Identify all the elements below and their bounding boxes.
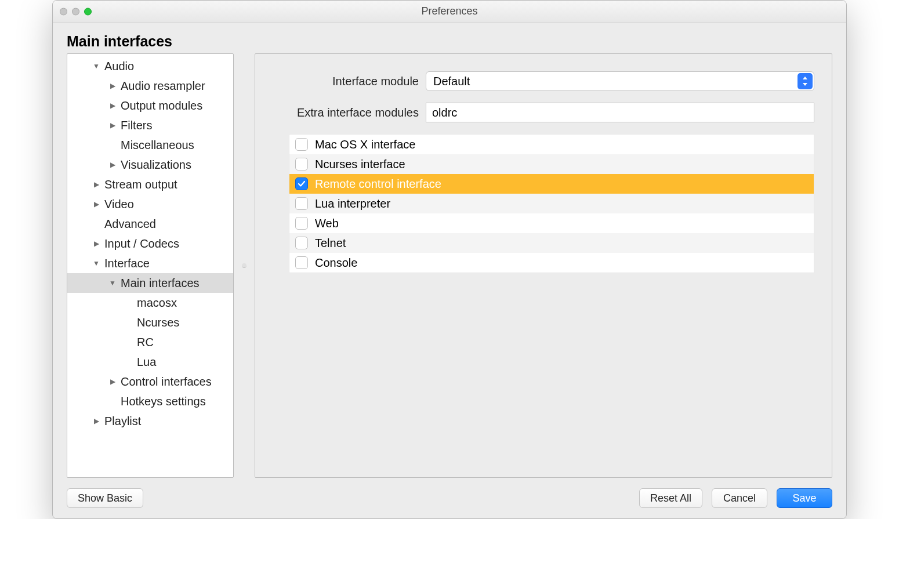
tree-item-label: Main interfaces (121, 277, 227, 290)
module-checkbox[interactable] (295, 138, 308, 151)
module-row[interactable]: Ncurses interface (289, 154, 814, 174)
tree-item-label: Video (104, 198, 227, 211)
tree-item-label: Hotkeys settings (121, 395, 227, 408)
tree-item[interactable]: ▶Audio resampler (67, 76, 233, 96)
category-tree[interactable]: ▼Audio▶Audio resampler▶Output modules▶Fi… (67, 53, 234, 478)
close-icon[interactable] (60, 8, 67, 15)
interface-module-value: Default (433, 75, 470, 88)
window-controls (60, 8, 92, 15)
tree-item[interactable]: ▶Video (67, 194, 233, 214)
tree-item-label: Filters (121, 119, 227, 132)
cancel-button[interactable]: Cancel (712, 488, 767, 508)
extra-modules-row: Extra interface modules (273, 103, 814, 122)
tree-item-label: Ncurses (137, 316, 227, 329)
show-basic-label: Show Basic (78, 492, 132, 504)
tree-item[interactable]: ▶Input / Codecs (67, 234, 233, 253)
tree-item-label: Input / Codecs (104, 237, 227, 251)
tree-item[interactable]: ▶Miscellaneous (67, 135, 233, 155)
split-handle[interactable] (242, 53, 246, 478)
reset-all-button[interactable]: Reset All (639, 488, 702, 508)
interface-module-select[interactable]: Default (426, 71, 814, 91)
tree-item-label: RC (137, 336, 227, 349)
tree-item[interactable]: ▶macosx (67, 293, 233, 313)
module-label: Console (315, 256, 357, 270)
module-checkbox[interactable] (295, 256, 308, 269)
tree-item-label: macosx (137, 296, 227, 310)
split-dimple-icon (242, 263, 246, 268)
tree-item[interactable]: ▼Interface (67, 253, 233, 273)
tree-item-label: Advanced (104, 217, 227, 231)
chevron-down-icon[interactable]: ▼ (92, 259, 101, 267)
content: Main interfaces ▼Audio▶Audio resampler▶O… (53, 23, 846, 478)
tree-item[interactable]: ▶Hotkeys settings (67, 391, 233, 411)
cancel-label: Cancel (723, 492, 756, 504)
module-row[interactable]: Remote control interface (289, 174, 814, 194)
extra-modules-label: Extra interface modules (273, 106, 419, 119)
split-view: ▼Audio▶Audio resampler▶Output modules▶Fi… (67, 53, 832, 478)
chevron-right-icon[interactable]: ▶ (108, 121, 117, 129)
module-checkbox[interactable] (295, 177, 308, 190)
chevron-up-down-icon (798, 73, 813, 89)
chevron-right-icon[interactable]: ▶ (92, 417, 101, 425)
zoom-icon[interactable] (84, 8, 92, 15)
tree-item-label: Control interfaces (121, 375, 227, 389)
chevron-right-icon[interactable]: ▶ (92, 180, 101, 188)
modules-checklist: Mac OS X interfaceNcurses interfaceRemot… (289, 134, 814, 273)
tree-item[interactable]: ▼Audio (67, 56, 233, 76)
module-checkbox[interactable] (295, 158, 308, 170)
module-label: Mac OS X interface (315, 138, 415, 151)
chevron-right-icon[interactable]: ▶ (108, 101, 117, 110)
module-row[interactable]: Telnet (289, 233, 814, 253)
save-label: Save (792, 492, 816, 504)
module-checkbox[interactable] (295, 197, 308, 210)
tree-item[interactable]: ▶Ncurses (67, 313, 233, 332)
module-label: Web (315, 217, 339, 230)
chevron-right-icon[interactable]: ▶ (108, 378, 117, 386)
tree-item[interactable]: ▶Advanced (67, 214, 233, 234)
preferences-window: Preferences Main interfaces ▼Audio▶Audio… (52, 0, 847, 519)
module-row[interactable]: Mac OS X interface (289, 135, 814, 154)
tree-item[interactable]: ▶Output modules (67, 96, 233, 115)
tree-item[interactable]: ▶Filters (67, 115, 233, 135)
module-row[interactable]: Console (289, 253, 814, 273)
tree-item[interactable]: ▶Lua (67, 352, 233, 372)
tree-item-label: Visualizations (121, 158, 227, 172)
module-label: Telnet (315, 237, 346, 250)
interface-module-label: Interface module (273, 75, 419, 88)
tree-item[interactable]: ▶Visualizations (67, 155, 233, 175)
save-button[interactable]: Save (777, 488, 832, 508)
reset-all-label: Reset All (650, 492, 691, 504)
chevron-down-icon[interactable]: ▼ (108, 279, 117, 287)
module-row[interactable]: Lua interpreter (289, 194, 814, 213)
tree-item[interactable]: ▶RC (67, 332, 233, 352)
tree-item-label: Lua (137, 355, 227, 369)
chevron-down-icon[interactable]: ▼ (92, 62, 101, 70)
tree-item[interactable]: ▶Control interfaces (67, 372, 233, 391)
minimize-icon[interactable] (72, 8, 79, 15)
module-checkbox[interactable] (295, 237, 308, 249)
extra-modules-input[interactable] (426, 103, 814, 122)
interface-module-row: Interface module Default (273, 71, 814, 91)
chevron-right-icon[interactable]: ▶ (92, 239, 101, 248)
footer: Show Basic Reset All Cancel Save (53, 478, 846, 518)
module-label: Ncurses interface (315, 158, 405, 171)
tree-item[interactable]: ▶Playlist (67, 411, 233, 431)
show-basic-button[interactable]: Show Basic (67, 488, 143, 508)
chevron-right-icon[interactable]: ▶ (92, 200, 101, 208)
panel-title: Main interfaces (67, 33, 832, 50)
tree-item-label: Playlist (104, 415, 227, 428)
chevron-right-icon[interactable]: ▶ (108, 82, 117, 90)
module-row[interactable]: Web (289, 213, 814, 233)
titlebar: Preferences (53, 1, 846, 23)
module-label: Lua interpreter (315, 197, 390, 210)
settings-panel: Interface module Default Extra interface… (255, 53, 832, 478)
tree-item-label: Stream output (104, 178, 227, 191)
tree-item[interactable]: ▶Stream output (67, 175, 233, 194)
module-label: Remote control interface (315, 177, 441, 191)
tree-item[interactable]: ▼Main interfaces (67, 273, 233, 293)
module-checkbox[interactable] (295, 217, 308, 230)
tree-item-label: Audio (104, 60, 227, 73)
chevron-right-icon[interactable]: ▶ (108, 161, 117, 169)
tree-item-label: Miscellaneous (121, 139, 227, 152)
window-title: Preferences (60, 5, 839, 17)
